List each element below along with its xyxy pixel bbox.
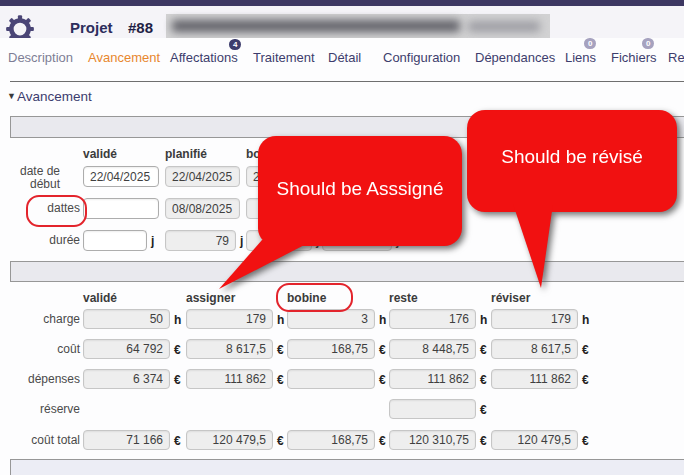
- column-header-réviser: réviser: [491, 291, 530, 305]
- group-header-bar: [10, 459, 684, 475]
- section-divider: [10, 81, 684, 82]
- field-dattes-3[interactable]: [322, 198, 392, 219]
- field-durée-3[interactable]: [322, 230, 392, 251]
- entity-type-label: Projet: [70, 19, 113, 36]
- field-charge-2[interactable]: [287, 309, 375, 329]
- field-coût-total-2[interactable]: [287, 430, 375, 450]
- field-dattes-0[interactable]: [83, 198, 159, 219]
- field-coût-4[interactable]: [491, 339, 578, 359]
- row-label-charge: charge: [8, 313, 80, 326]
- unit-label-€: €: [480, 434, 487, 448]
- field-charge-1[interactable]: [186, 309, 273, 329]
- column-header-bo: bo: [246, 147, 261, 161]
- unit-label-j: j: [240, 234, 243, 248]
- field-coût-1[interactable]: [186, 339, 273, 359]
- unit-label-€: €: [277, 434, 284, 448]
- field-coût-3[interactable]: [389, 339, 476, 359]
- triangle-down-icon[interactable]: ▼: [7, 91, 16, 101]
- field-réserve-3[interactable]: [389, 399, 476, 419]
- unit-label-h: h: [174, 313, 181, 327]
- unit-label-€: €: [480, 343, 487, 357]
- unit-label-€: €: [379, 373, 386, 387]
- field-date-de-début-0[interactable]: [83, 166, 159, 187]
- row-label-durée: durée: [8, 234, 80, 247]
- field-date-de-début-1[interactable]: [165, 166, 240, 187]
- tab-description[interactable]: Description: [8, 50, 73, 65]
- column-header-assigner: assigner: [186, 291, 235, 305]
- field-durée-1[interactable]: [165, 230, 236, 251]
- field-coût-total-0[interactable]: [83, 430, 170, 450]
- field-coût-0[interactable]: [83, 339, 170, 359]
- column-header-planifié: planifié: [165, 147, 207, 161]
- unit-label-€: €: [582, 343, 589, 357]
- field-charge-0[interactable]: [83, 309, 170, 329]
- tab-badge-fichiers: 0: [642, 38, 654, 49]
- tab-liens[interactable]: Liens: [565, 50, 596, 65]
- annotation-text: Should be révisé: [501, 146, 643, 167]
- field-dépenses-0[interactable]: [83, 369, 170, 389]
- row-label-date de début: date de début: [8, 165, 60, 191]
- unit-label-€: €: [480, 373, 487, 387]
- unit-label-€: €: [174, 343, 181, 357]
- unit-label-€: €: [582, 434, 589, 448]
- tab-re-cutoff[interactable]: Re: [668, 50, 684, 65]
- unit-label-€: €: [582, 373, 589, 387]
- unit-label-€: €: [277, 373, 284, 387]
- unit-label-h: h: [480, 313, 487, 327]
- tab-badge-liens: 0: [584, 38, 596, 49]
- row-label-dépenses: dépenses: [8, 373, 80, 386]
- column-header-validé: validé: [83, 147, 117, 161]
- unit-label-€: €: [277, 343, 284, 357]
- field-date-de-début-3[interactable]: [322, 166, 392, 187]
- app-window: Projet #88 Description Avancement Affect…: [0, 0, 684, 475]
- field-durée-0[interactable]: [83, 230, 147, 251]
- unit-label-€: €: [174, 373, 181, 387]
- tab-detail[interactable]: Détail: [328, 50, 361, 65]
- blurred-text-block: [172, 20, 460, 32]
- field-coût-total-3[interactable]: [389, 430, 476, 450]
- tab-dependances[interactable]: Dépendances: [475, 50, 555, 65]
- field-dattes-2[interactable]: [246, 198, 314, 219]
- field-dépenses-2[interactable]: [287, 369, 375, 389]
- field-charge-4[interactable]: [491, 309, 578, 329]
- tab-affectations[interactable]: Affectations: [170, 50, 238, 65]
- field-dépenses-1[interactable]: [186, 369, 273, 389]
- tab-fichiers[interactable]: Fichiers: [611, 50, 657, 65]
- tab-badge-affectations: 4: [229, 39, 241, 50]
- field-charge-3[interactable]: [389, 309, 476, 329]
- field-coût-2[interactable]: [287, 339, 375, 359]
- field-durée-2[interactable]: [246, 230, 312, 251]
- column-header-reste: reste: [389, 291, 418, 305]
- row-label-coût total: coût total: [8, 434, 80, 447]
- unit-label-€: €: [480, 403, 487, 417]
- tab-traitement[interactable]: Traitement: [253, 50, 315, 65]
- field-date-de-début-2[interactable]: [246, 166, 314, 187]
- row-label-réserve: réserve: [8, 403, 80, 416]
- unit-label-€: €: [379, 434, 386, 448]
- unit-label-€: €: [174, 434, 181, 448]
- field-coût-total-4[interactable]: [491, 430, 578, 450]
- group-header-bar: [10, 116, 684, 138]
- field-dépenses-4[interactable]: [491, 369, 578, 389]
- entity-id: #88: [128, 19, 153, 36]
- unit-label-h: h: [379, 313, 386, 327]
- unit-label-j: j: [396, 234, 399, 248]
- tab-avancement[interactable]: Avancement: [88, 50, 160, 65]
- unit-label-j: j: [151, 234, 154, 248]
- row-label-dattes: dattes: [8, 202, 80, 215]
- section-title[interactable]: Avancement: [17, 89, 92, 104]
- tab-bar: Description Avancement Affectations Trai…: [0, 38, 684, 81]
- group-header-bar: [10, 261, 684, 282]
- field-dattes-1[interactable]: [165, 198, 240, 219]
- column-header-bobine: bobine: [287, 291, 326, 305]
- column-header-validé: validé: [83, 291, 117, 305]
- unit-label-€: €: [379, 343, 386, 357]
- unit-label-h: h: [277, 313, 284, 327]
- unit-label-h: h: [582, 313, 589, 327]
- blurred-text-block: [468, 21, 540, 32]
- field-dépenses-3[interactable]: [389, 369, 476, 389]
- field-coût-total-1[interactable]: [186, 430, 273, 450]
- header-bar: Projet #88: [0, 6, 684, 38]
- row-label-coût: coût: [8, 343, 80, 356]
- tab-configuration[interactable]: Configuration: [383, 50, 460, 65]
